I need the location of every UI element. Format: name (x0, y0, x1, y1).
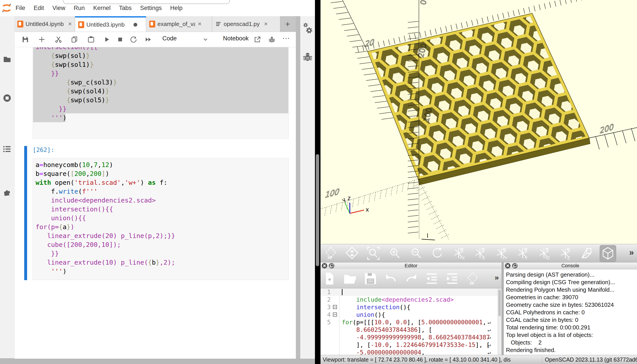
close-icon[interactable] (322, 263, 327, 268)
unindent-icon[interactable] (424, 271, 439, 286)
code-token: honeycomb( (43, 161, 82, 168)
open-file-icon[interactable] (343, 271, 357, 286)
menu-item-kernel[interactable]: Kernel (93, 5, 111, 12)
editor-scrollbar[interactable] (498, 288, 502, 355)
table-of-contents-icon[interactable] (3, 145, 11, 153)
view-render-icon[interactable] (345, 246, 359, 261)
save-file-icon[interactable] (363, 271, 378, 286)
tab-close-icon[interactable]: × (264, 20, 268, 28)
view-plus-y-icon[interactable]: +Y (494, 246, 508, 261)
code-token: swp(sol1) (55, 61, 90, 68)
app-version-text: OpenSCAD 2023.11.13 (git 63772ad6f) (542, 356, 637, 363)
code-line: ''') (33, 267, 289, 276)
tab-close-icon[interactable]: × (198, 20, 201, 28)
run-button-icon[interactable] (103, 36, 110, 43)
cut-cell-button-icon[interactable] (55, 36, 62, 43)
menu-item-run[interactable]: Run (74, 5, 85, 12)
editor-line: 1 (320, 288, 502, 296)
editor-line: -5.000000000000004,↵ (320, 349, 502, 355)
console-line: CGAL Polyhedrons in cache: 0 (506, 308, 637, 316)
code-cell-2[interactable]: a=honeycomb(10,7,12)b=square([200,200])w… (33, 158, 289, 280)
chevron-down-icon[interactable] (202, 36, 209, 43)
tab-openscad1-py[interactable]: openscad1.py× (212, 16, 280, 32)
zoom-in-icon[interactable] (387, 246, 402, 261)
extensions-icon[interactable] (3, 188, 11, 196)
tab-close-icon[interactable]: × (68, 20, 72, 28)
cell-type-dropdown[interactable]: Code (162, 35, 177, 42)
line-wrap-icon: ↵ (488, 318, 491, 326)
code-line: {swp_c(sol3)} (33, 78, 289, 87)
cell-1-code[interactable]: intersection(){{ {swp(sol)} {swp(sol1)} … (33, 42, 289, 122)
view-orthogonal-icon[interactable] (601, 246, 615, 261)
zoom-all-icon[interactable] (366, 246, 380, 261)
close-icon[interactable] (505, 263, 510, 268)
panel-divider[interactable] (296, 16, 300, 359)
zoom-out-icon[interactable] (409, 246, 423, 261)
menu-item-settings[interactable]: Settings (140, 5, 162, 12)
line-wrap-icon: ↵ (488, 349, 491, 355)
notebook-scrollbar[interactable] (316, 154, 319, 266)
fold-marker-icon[interactable] (333, 305, 337, 309)
code-cell-1[interactable]: intersection(){{ {swp(sol)} {swp(sol1)} … (33, 42, 289, 139)
new-tab-button[interactable]: + (280, 16, 295, 32)
view-preview-icon[interactable] (324, 246, 338, 261)
copy-cell-button-icon[interactable] (71, 36, 78, 43)
undo-icon[interactable] (384, 271, 398, 286)
indent-icon[interactable] (445, 271, 460, 286)
code-token (36, 232, 47, 240)
restart-kernel-button-icon[interactable] (130, 36, 137, 43)
view-plus-z-icon[interactable]: +Z (537, 246, 551, 261)
console-output[interactable]: Parsing design (AST generation)...Compil… (504, 269, 637, 355)
tab-untitled3-ipynb[interactable]: Untitled3.ipynb (75, 16, 146, 32)
restart-run-all-button-icon[interactable] (145, 36, 152, 43)
save-button-icon[interactable] (22, 36, 29, 43)
open-kernel-external-icon[interactable] (254, 36, 261, 43)
debugger-toggle-icon[interactable] (268, 36, 276, 43)
paste-cell-button-icon[interactable] (87, 36, 95, 43)
menu-item-help[interactable]: Help (170, 5, 182, 12)
redo-icon[interactable] (404, 271, 419, 286)
3d-viewport[interactable]: 20 200 0 100 100 200 x y z (320, 0, 637, 244)
view-minus-z-icon[interactable]: -Z (558, 246, 572, 261)
toolbar-overflow-icon[interactable]: » (495, 273, 499, 282)
code-line: f.write(f''' (33, 187, 289, 196)
cell-2-code[interactable]: a=honeycomb(10,7,12)b=square([200,200])w… (33, 158, 289, 276)
file-browser-icon[interactable] (3, 55, 11, 64)
new-file-icon[interactable] (322, 271, 337, 286)
view-perspective-icon[interactable] (579, 246, 594, 261)
svg-text:-Z: -Z (566, 256, 570, 260)
stop-button-icon[interactable] (116, 36, 124, 43)
panel-splitter[interactable] (502, 262, 504, 355)
view-minus-y-icon[interactable]: -Y (516, 246, 530, 261)
menu-item-edit[interactable]: Edit (34, 5, 44, 12)
debugger-icon[interactable] (303, 52, 312, 63)
view-plus-x-icon[interactable]: +X (452, 246, 466, 261)
more-actions-icon[interactable]: ⋯ (282, 34, 291, 42)
kernel-label[interactable]: Notebook (223, 35, 249, 42)
editor-code-area[interactable]: 12 include<dependencies2.scad>3 intersec… (320, 288, 502, 355)
running-kernels-icon[interactable] (3, 94, 11, 102)
tab-untitled4-ipynb[interactable]: Untitled4.ipynb× (14, 16, 75, 32)
code-token: union(){{ (51, 214, 86, 222)
code-token: 'w+' (125, 179, 140, 186)
menu-item-view[interactable]: View (52, 5, 65, 12)
menu-item-tabs[interactable]: Tabs (119, 5, 132, 12)
code-line: {swp(sol)} (33, 51, 289, 60)
menu-item-file[interactable]: File (16, 5, 25, 12)
reset-view-icon[interactable] (430, 246, 445, 261)
property-inspector-icon[interactable] (303, 22, 314, 37)
view-minus-x-icon[interactable]: -X (473, 246, 487, 261)
svg-text:+X: +X (460, 256, 465, 260)
code-token: ) (109, 161, 113, 168)
float-panel-icon[interactable] (329, 263, 334, 268)
code-token: ) (70, 223, 74, 231)
fold-marker-icon[interactable] (333, 312, 337, 316)
float-panel-icon[interactable] (512, 263, 518, 268)
toolbar-overflow-icon[interactable]: » (629, 248, 634, 257)
code-token: with (36, 179, 51, 186)
unsaved-dot-icon[interactable] (133, 23, 137, 26)
tab-example-of-varia[interactable]: example_of_varia× (146, 16, 212, 32)
preview-icon[interactable] (465, 271, 480, 286)
add-cell-button-icon[interactable] (38, 36, 46, 43)
code-token: } (86, 52, 90, 60)
